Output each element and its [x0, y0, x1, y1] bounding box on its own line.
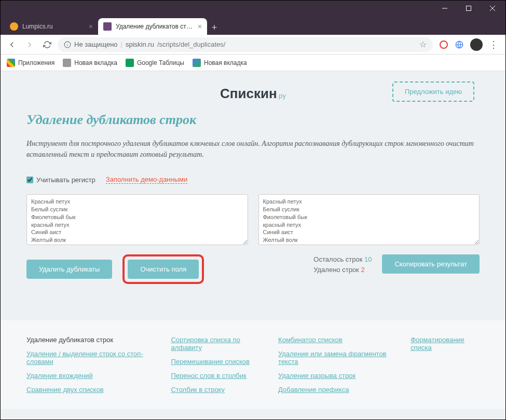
stats-block: Осталось строк 10 Удалено строк 2: [313, 254, 372, 275]
page-title: Удаление дубликатов строк: [26, 112, 480, 128]
footer-link[interactable]: Форматирование списка: [411, 336, 480, 351]
output-textarea[interactable]: [258, 194, 480, 245]
tab-title: Lumpics.ru: [22, 23, 85, 30]
footer-link[interactable]: Перемешивание списков: [171, 358, 263, 365]
browser-tabstrip: Lumpics.ru × Удаление дубликатов строк -…: [1, 16, 505, 35]
remove-duplicates-button[interactable]: Удалить дубликаты: [26, 260, 112, 279]
footer-heading: Удаление дубликатов строк: [26, 336, 155, 344]
case-sensitive-checkbox[interactable]: Учитывать регистр: [26, 176, 95, 184]
copy-result-button[interactable]: Скопировать результат: [382, 254, 480, 274]
page-icon: [63, 59, 71, 67]
url-input[interactable]: Не защищено | spiskin.ru/scripts/del_dup…: [58, 37, 433, 52]
footer-link[interactable]: Сортировка списка по алфавиту: [171, 336, 263, 351]
page-description: Инструмент для построчного удаления дубл…: [26, 138, 480, 160]
page-content: Спискин.ру Предложить идею Удаление дубл…: [1, 71, 505, 420]
footer-link[interactable]: Комбинатор списков: [278, 336, 395, 344]
bookmark-item[interactable]: Google Таблицы: [126, 59, 184, 67]
tab-title: Удаление дубликатов строк - уд: [116, 23, 194, 30]
footer-link[interactable]: Сравнение двух списков: [26, 386, 155, 394]
window-titlebar: [1, 1, 505, 16]
browser-tab[interactable]: Lumpics.ru ×: [5, 18, 98, 35]
footer-link[interactable]: Столбик в строку: [171, 386, 263, 394]
footer-link[interactable]: Добавление префикса: [278, 386, 395, 394]
tab-close-icon[interactable]: ×: [198, 22, 202, 31]
favicon-icon: [103, 22, 112, 31]
footer-link[interactable]: Перенос слов в столбик: [171, 372, 263, 380]
svg-rect-1: [467, 6, 471, 11]
favicon-icon: [10, 22, 18, 31]
minimize-button[interactable]: [433, 1, 457, 16]
sheets-icon: [126, 59, 134, 67]
browser-addressbar: Не защищено | spiskin.ru/scripts/del_dup…: [1, 35, 505, 55]
extension-icon[interactable]: [455, 40, 464, 49]
browser-tab[interactable]: Удаление дубликатов строк - уд ×: [98, 18, 207, 35]
profile-avatar[interactable]: [470, 38, 483, 51]
image-icon: [193, 59, 201, 67]
bookmarks-bar: Приложения Новая вкладка Google Таблицы …: [1, 55, 505, 71]
footer-link[interactable]: Удаление разрыва строк: [278, 372, 395, 380]
info-icon: [64, 41, 71, 48]
footer-link[interactable]: Удаление / выделение строк со стоп-слова…: [26, 350, 155, 365]
svg-point-7: [440, 41, 447, 48]
fill-demo-link[interactable]: Заполнить демо-данными: [106, 175, 187, 184]
new-tab-button[interactable]: +: [207, 20, 222, 35]
back-button[interactable]: [5, 37, 19, 52]
site-logo[interactable]: Спискин.ру: [220, 86, 286, 102]
close-button[interactable]: [481, 1, 504, 16]
star-icon[interactable]: ☆: [419, 39, 427, 49]
bookmark-item[interactable]: Новая вкладка: [63, 59, 117, 67]
url-path: /scripts/del_duplicates/: [157, 40, 226, 48]
apps-button[interactable]: Приложения: [7, 59, 54, 67]
tab-close-icon[interactable]: ×: [89, 22, 93, 31]
suggest-idea-button[interactable]: Предложить идею: [392, 82, 474, 102]
highlight-annotation: Очистить поля: [122, 254, 204, 284]
footer-links: Удаление дубликатов строк Удаление / выд…: [1, 320, 505, 409]
extension-icon[interactable]: [439, 40, 448, 49]
forward-button[interactable]: [22, 37, 37, 52]
input-textarea[interactable]: [26, 194, 248, 245]
reload-button[interactable]: [40, 37, 54, 52]
apps-icon: [7, 59, 15, 67]
url-host: spiskin.ru: [126, 40, 154, 48]
maximize-button[interactable]: [457, 1, 481, 16]
bookmark-item[interactable]: Новая вкладка: [193, 59, 247, 67]
case-checkbox-input[interactable]: [26, 177, 33, 183]
footer-link[interactable]: Удаление вхождений: [26, 372, 155, 380]
footer-link[interactable]: Удаление или замена фрагментов текста: [278, 350, 395, 365]
clear-fields-button[interactable]: Очистить поля: [128, 260, 199, 279]
security-label: Не защищено: [74, 40, 118, 48]
menu-button[interactable]: ⋮: [489, 40, 498, 49]
